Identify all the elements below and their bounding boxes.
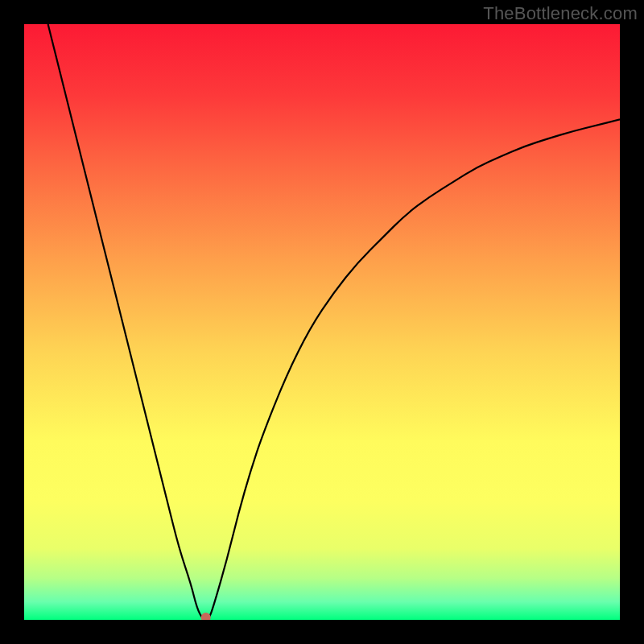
bottleneck-chart: TheBottleneck.com [0,0,644,644]
gradient-background [24,24,620,620]
watermark-text: TheBottleneck.com [483,3,638,24]
plot-area [24,24,620,620]
svg-rect-0 [24,24,620,620]
